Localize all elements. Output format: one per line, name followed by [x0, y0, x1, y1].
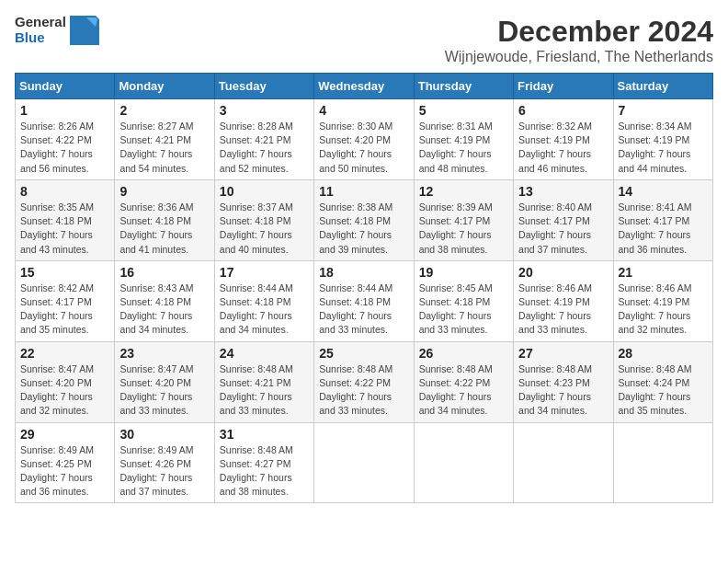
month-title: December 2024 — [445, 15, 713, 49]
column-header-monday: Monday — [115, 74, 214, 99]
calendar-day-14: 14Sunrise: 8:41 AMSunset: 4:17 PMDayligh… — [613, 179, 712, 260]
calendar-day-20: 20Sunrise: 8:46 AMSunset: 4:19 PMDayligh… — [514, 260, 613, 341]
calendar-week-2: 8Sunrise: 8:35 AMSunset: 4:18 PMDaylight… — [16, 179, 713, 260]
column-header-tuesday: Tuesday — [214, 74, 313, 99]
column-header-wednesday: Wednesday — [314, 74, 414, 99]
calendar-week-1: 1Sunrise: 8:26 AMSunset: 4:22 PMDaylight… — [16, 99, 713, 180]
location-subtitle: Wijnjewoude, Friesland, The Netherlands — [445, 49, 713, 65]
logo-icon — [70, 16, 99, 45]
calendar-week-3: 15Sunrise: 8:42 AMSunset: 4:17 PMDayligh… — [16, 260, 713, 341]
calendar-day-26: 26Sunrise: 8:48 AMSunset: 4:22 PMDayligh… — [414, 341, 513, 422]
calendar-day-7: 7Sunrise: 8:34 AMSunset: 4:19 PMDaylight… — [613, 99, 712, 180]
calendar-day-19: 19Sunrise: 8:45 AMSunset: 4:18 PMDayligh… — [414, 260, 513, 341]
calendar-day-23: 23Sunrise: 8:47 AMSunset: 4:20 PMDayligh… — [115, 341, 214, 422]
column-header-thursday: Thursday — [414, 74, 513, 99]
calendar-day-16: 16Sunrise: 8:43 AMSunset: 4:18 PMDayligh… — [115, 260, 214, 341]
calendar-day-1: 1Sunrise: 8:26 AMSunset: 4:22 PMDaylight… — [16, 99, 115, 180]
calendar-day-8: 8Sunrise: 8:35 AMSunset: 4:18 PMDaylight… — [16, 179, 115, 260]
calendar-day-3: 3Sunrise: 8:28 AMSunset: 4:21 PMDaylight… — [214, 99, 313, 180]
calendar-day-empty — [414, 422, 513, 503]
column-header-saturday: Saturday — [613, 74, 712, 99]
calendar-day-9: 9Sunrise: 8:36 AMSunset: 4:18 PMDaylight… — [115, 179, 214, 260]
calendar-day-29: 29Sunrise: 8:49 AMSunset: 4:25 PMDayligh… — [16, 422, 115, 503]
calendar-day-4: 4Sunrise: 8:30 AMSunset: 4:20 PMDaylight… — [314, 99, 414, 180]
calendar-day-2: 2Sunrise: 8:27 AMSunset: 4:21 PMDaylight… — [115, 99, 214, 180]
page-header: General Blue December 2024 Wijnjewoude, … — [15, 15, 713, 65]
calendar-header-row: SundayMondayTuesdayWednesdayThursdayFrid… — [16, 74, 713, 99]
calendar-day-31: 31Sunrise: 8:48 AMSunset: 4:27 PMDayligh… — [214, 422, 313, 503]
logo: General Blue — [15, 15, 99, 45]
calendar-week-4: 22Sunrise: 8:47 AMSunset: 4:20 PMDayligh… — [16, 341, 713, 422]
calendar-day-11: 11Sunrise: 8:38 AMSunset: 4:18 PMDayligh… — [314, 179, 414, 260]
calendar-table: SundayMondayTuesdayWednesdayThursdayFrid… — [15, 73, 713, 503]
calendar-day-25: 25Sunrise: 8:48 AMSunset: 4:22 PMDayligh… — [314, 341, 414, 422]
calendar-day-18: 18Sunrise: 8:44 AMSunset: 4:18 PMDayligh… — [314, 260, 414, 341]
calendar-day-24: 24Sunrise: 8:48 AMSunset: 4:21 PMDayligh… — [214, 341, 313, 422]
calendar-day-30: 30Sunrise: 8:49 AMSunset: 4:26 PMDayligh… — [115, 422, 214, 503]
calendar-day-28: 28Sunrise: 8:48 AMSunset: 4:24 PMDayligh… — [613, 341, 712, 422]
calendar-day-27: 27Sunrise: 8:48 AMSunset: 4:23 PMDayligh… — [514, 341, 613, 422]
logo-blue: Blue — [15, 30, 66, 46]
calendar-day-12: 12Sunrise: 8:39 AMSunset: 4:17 PMDayligh… — [414, 179, 513, 260]
calendar-day-13: 13Sunrise: 8:40 AMSunset: 4:17 PMDayligh… — [514, 179, 613, 260]
title-block: December 2024 Wijnjewoude, Friesland, Th… — [445, 15, 713, 65]
calendar-week-5: 29Sunrise: 8:49 AMSunset: 4:25 PMDayligh… — [16, 422, 713, 503]
logo-general: General — [15, 15, 66, 30]
calendar-day-22: 22Sunrise: 8:47 AMSunset: 4:20 PMDayligh… — [16, 341, 115, 422]
calendar-day-10: 10Sunrise: 8:37 AMSunset: 4:18 PMDayligh… — [214, 179, 313, 260]
calendar-day-15: 15Sunrise: 8:42 AMSunset: 4:17 PMDayligh… — [16, 260, 115, 341]
calendar-day-empty — [514, 422, 613, 503]
calendar-day-17: 17Sunrise: 8:44 AMSunset: 4:18 PMDayligh… — [214, 260, 313, 341]
column-header-sunday: Sunday — [16, 74, 115, 99]
calendar-day-21: 21Sunrise: 8:46 AMSunset: 4:19 PMDayligh… — [613, 260, 712, 341]
calendar-day-6: 6Sunrise: 8:32 AMSunset: 4:19 PMDaylight… — [514, 99, 613, 180]
calendar-day-empty — [613, 422, 712, 503]
calendar-day-5: 5Sunrise: 8:31 AMSunset: 4:19 PMDaylight… — [414, 99, 513, 180]
calendar-day-empty — [314, 422, 414, 503]
column-header-friday: Friday — [514, 74, 613, 99]
